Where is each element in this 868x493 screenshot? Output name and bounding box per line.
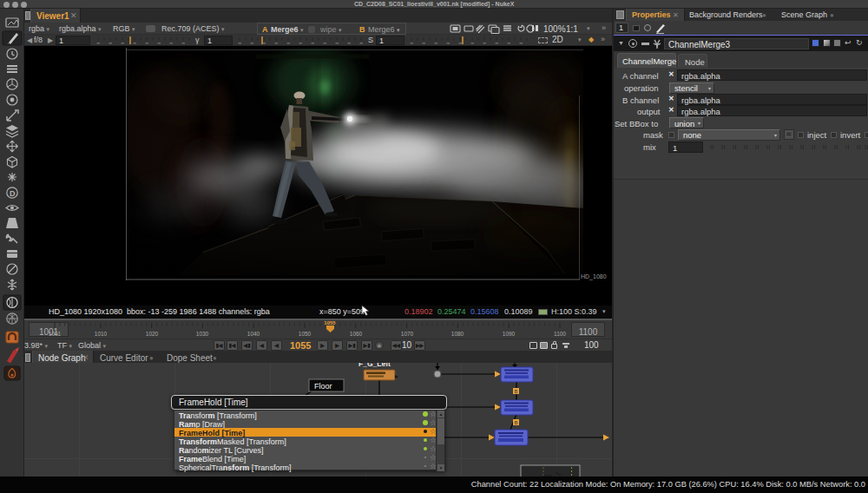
svg-text:1090: 1090 xyxy=(503,331,516,337)
svg-text:1100: 1100 xyxy=(554,331,566,337)
svg-text:1070: 1070 xyxy=(401,331,414,337)
svg-text:1060: 1060 xyxy=(350,331,363,337)
svg-text:1001: 1001 xyxy=(49,331,62,337)
svg-text:1030: 1030 xyxy=(196,331,209,337)
svg-text:1020: 1020 xyxy=(146,331,159,337)
svg-text:F_G_Left: F_G_Left xyxy=(358,363,391,368)
svg-text:1080: 1080 xyxy=(451,331,464,337)
svg-text:1050: 1050 xyxy=(299,331,312,337)
svg-text:B: B xyxy=(515,420,518,425)
svg-text:Floor: Floor xyxy=(314,382,332,391)
svg-text:D: D xyxy=(10,189,16,198)
svg-text:1055: 1055 xyxy=(324,320,336,325)
svg-text:1010: 1010 xyxy=(95,331,108,337)
svg-text:B: B xyxy=(515,389,518,394)
svg-text:1040: 1040 xyxy=(247,331,260,337)
